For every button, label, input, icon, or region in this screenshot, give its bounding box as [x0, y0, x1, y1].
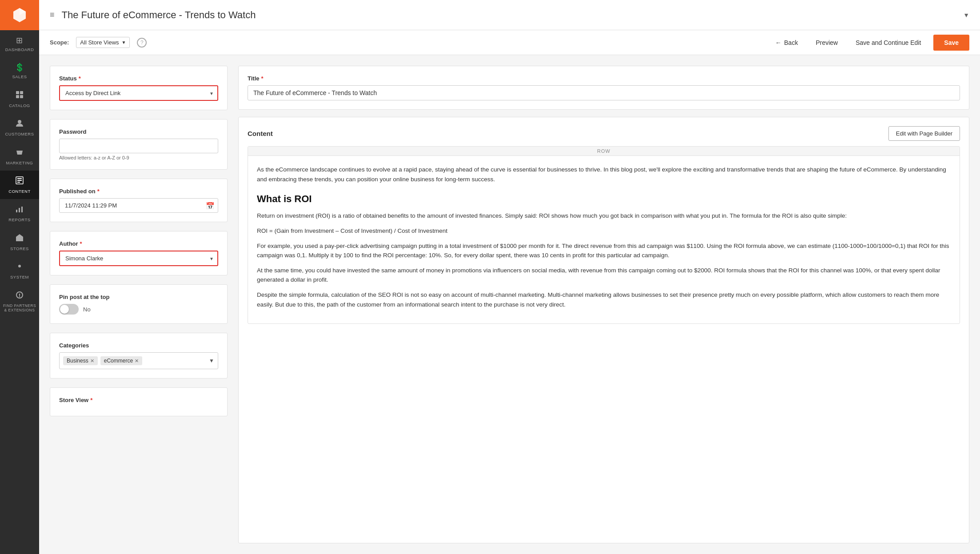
content-paragraph-example: For example, you used a pay-per-click ad…	[257, 241, 951, 260]
svg-point-4	[18, 120, 21, 124]
scope-label: Scope:	[50, 39, 69, 46]
svg-rect-11	[21, 207, 23, 212]
back-button[interactable]: ← Back	[770, 36, 803, 49]
sidebar-item-find-partners[interactable]: FIND PARTNERS & EXTENSIONS	[0, 285, 39, 318]
password-label: Password	[59, 128, 218, 135]
sidebar-item-label: MARKETING	[6, 160, 33, 165]
sidebar: ⊞ DASHBOARD 💲 SALES CATALOG CUSTOMERS MA…	[0, 0, 39, 554]
published-on-required-star: *	[97, 188, 100, 195]
author-required-star: *	[80, 240, 82, 247]
password-input[interactable]	[59, 139, 218, 153]
sidebar-item-customers[interactable]: CUSTOMERS	[0, 113, 39, 142]
svg-rect-7	[17, 180, 22, 181]
store-view-required-star: *	[90, 397, 92, 403]
status-required-star: *	[79, 75, 81, 82]
preview-button[interactable]: Preview	[810, 36, 843, 49]
status-select[interactable]: Enabled Disabled Access by Direct Link	[59, 85, 218, 101]
sales-icon: 💲	[15, 63, 25, 72]
svg-point-13	[18, 265, 21, 267]
sidebar-item-label: CONTENT	[8, 189, 30, 194]
sidebar-logo[interactable]	[0, 0, 39, 30]
sidebar-item-label: REPORTS	[8, 217, 30, 222]
topbar: ≡ The Future of eCommerce - Trends to Wa…	[39, 0, 980, 30]
sidebar-item-content[interactable]: CONTENT	[0, 171, 39, 199]
save-continue-button[interactable]: Save and Continue Edit	[850, 36, 926, 49]
scope-dropdown-icon: ▼	[122, 40, 126, 45]
author-label: Author *	[59, 240, 218, 247]
author-section: Author * Simona Clarke	[50, 231, 228, 275]
sidebar-item-marketing[interactable]: MARKETING	[0, 142, 39, 171]
sidebar-item-sales[interactable]: 💲 SALES	[0, 57, 39, 84]
author-select[interactable]: Simona Clarke	[59, 251, 218, 266]
sidebar-item-dashboard[interactable]: ⊞ DASHBOARD	[0, 30, 39, 57]
pin-post-section: Pin post at the top No	[50, 284, 228, 324]
system-icon	[15, 262, 24, 273]
page-title: The Future of eCommerce - Trends to Watc…	[62, 9, 958, 21]
published-on-label: Published on *	[59, 188, 218, 195]
content-preview: ROW As the eCommerce landscape continues…	[248, 146, 960, 324]
help-icon[interactable]: ?	[137, 38, 147, 48]
svg-rect-3	[20, 95, 23, 98]
hamburger-icon[interactable]: ≡	[50, 10, 55, 20]
content-section-title: Content	[248, 130, 273, 137]
sidebar-item-label: FIND PARTNERS & EXTENSIONS	[3, 303, 36, 312]
title-dropdown-icon[interactable]: ▼	[963, 12, 969, 19]
title-input[interactable]	[248, 85, 960, 100]
sidebar-item-label: SYSTEM	[10, 275, 29, 279]
left-panel: Status * Enabled Disabled Access by Dire…	[50, 66, 228, 543]
content-paragraph-roi-def: Return on investment (ROI) is a ratio of…	[257, 211, 951, 221]
status-label: Status *	[59, 75, 218, 82]
content-paragraph-influencer: At the same time, you could have investe…	[257, 266, 951, 285]
edit-page-builder-button[interactable]: Edit with Page Builder	[888, 126, 960, 141]
remove-business-tag[interactable]: ✕	[90, 358, 94, 364]
title-required-star: *	[261, 75, 264, 82]
categories-dropdown-button[interactable]: ▼	[209, 358, 214, 364]
published-on-section: Published on * 📅	[50, 179, 228, 222]
svg-rect-2	[16, 95, 19, 98]
password-hint: Allowed letters: a-z or A-Z or 0-9	[59, 155, 218, 160]
main-area: ≡ The Future of eCommerce - Trends to Wa…	[39, 0, 980, 554]
customers-icon	[15, 119, 24, 130]
content-formula: ROI = (Gain from Investment – Cost of In…	[257, 226, 951, 236]
category-tag-ecommerce: eCommerce ✕	[100, 356, 142, 365]
row-label: ROW	[248, 147, 960, 156]
sidebar-item-label: DASHBOARD	[5, 47, 34, 52]
categories-tags-input[interactable]: Business ✕ eCommerce ✕ ▼	[59, 352, 218, 369]
sidebar-item-label: CATALOG	[9, 103, 30, 108]
find-partners-icon	[15, 291, 24, 302]
actionbar: Scope: All Store Views ▼ ? ← Back Previe…	[39, 30, 980, 55]
pin-post-toggle[interactable]	[59, 304, 79, 315]
remove-ecommerce-tag[interactable]: ✕	[135, 358, 139, 364]
sidebar-item-system[interactable]: SYSTEM	[0, 256, 39, 285]
date-wrapper: 📅	[59, 198, 218, 213]
pin-post-toggle-label: No	[83, 306, 91, 313]
content-paragraph-seo: Despite the simple formula, calculation …	[257, 290, 951, 309]
password-section: Password Allowed letters: a-z or A-Z or …	[50, 119, 228, 170]
status-select-wrapper: Enabled Disabled Access by Direct Link	[59, 85, 218, 101]
stores-icon	[15, 233, 24, 244]
catalog-icon	[15, 90, 24, 101]
back-label: Back	[784, 39, 798, 46]
sidebar-item-catalog[interactable]: CATALOG	[0, 85, 39, 113]
sidebar-item-label: CUSTOMERS	[5, 132, 34, 136]
content-body: As the eCommerce landscape continues to …	[248, 156, 960, 323]
content-heading-roi: What is ROI	[257, 191, 951, 207]
svg-rect-9	[16, 210, 17, 212]
pin-post-label: Pin post at the top	[59, 294, 218, 300]
content-section: Content Edit with Page Builder ROW As th…	[238, 117, 969, 543]
sidebar-item-label: STORES	[10, 246, 29, 251]
content-header: Content Edit with Page Builder	[248, 126, 960, 141]
content-icon	[15, 176, 24, 187]
published-on-input[interactable]	[59, 198, 218, 213]
sidebar-item-reports[interactable]: REPORTS	[0, 199, 39, 227]
calendar-icon[interactable]: 📅	[206, 201, 215, 210]
sidebar-item-stores[interactable]: STORES	[0, 228, 39, 256]
scope-selector[interactable]: All Store Views ▼	[76, 37, 130, 48]
categories-label: Categories	[59, 342, 218, 349]
save-button[interactable]: Save	[933, 35, 969, 51]
svg-rect-10	[19, 208, 20, 212]
sidebar-item-label: SALES	[12, 74, 27, 79]
back-arrow-icon: ←	[775, 39, 781, 46]
author-select-wrapper: Simona Clarke	[59, 251, 218, 266]
svg-rect-0	[16, 91, 19, 94]
